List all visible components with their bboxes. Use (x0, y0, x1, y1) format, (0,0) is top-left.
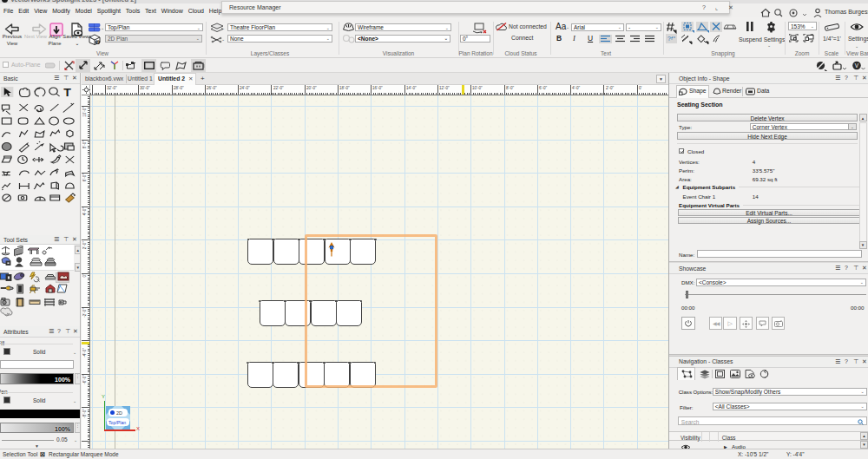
svg-text:V: V (855, 62, 859, 69)
svg-text:T: T (63, 87, 71, 99)
svg-text:?: ? (667, 36, 671, 42)
